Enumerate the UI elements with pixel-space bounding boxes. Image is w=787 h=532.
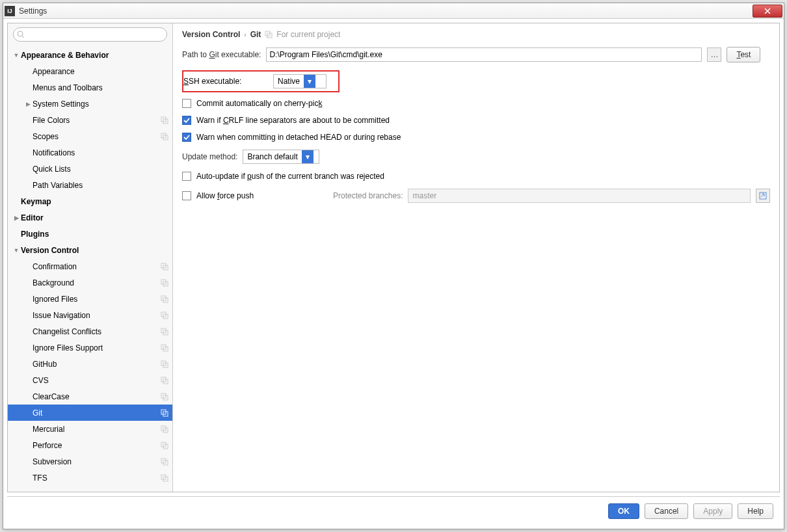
sidebar-item-menus-and-toolbars[interactable]: Menus and Toolbars [8, 79, 172, 96]
git-path-input[interactable] [266, 47, 702, 62]
cherry-pick-row: Commit automatically on cherry-pick [182, 99, 770, 108]
protected-branches-input [408, 189, 751, 203]
sidebar-item-github[interactable]: GitHub [8, 356, 172, 372]
sidebar-item-label: Quick Lists [33, 165, 168, 174]
sidebar-item-notifications[interactable]: Notifications [8, 144, 172, 161]
help-button[interactable]: Help [738, 503, 773, 519]
sidebar-item-label: ClearCase [33, 392, 161, 401]
protected-branches-label: Protected branches: [333, 191, 403, 200]
sidebar-item-mercurial[interactable]: Mercurial [8, 421, 172, 437]
search-wrap [8, 23, 172, 46]
sidebar-item-label: Background [33, 278, 161, 287]
expand-icon [759, 192, 767, 200]
detached-label: Warn when committing in detached HEAD or… [196, 133, 401, 142]
sidebar-item-keymap[interactable]: Keymap [8, 193, 172, 209]
auto-update-checkbox[interactable] [182, 172, 191, 181]
crlf-label: Warn if CRLF line separators are about t… [196, 116, 390, 125]
sidebar-item-appearance[interactable]: Appearance [8, 63, 172, 79]
sidebar-item-label: Git [33, 408, 161, 418]
ssh-executable-dropdown[interactable]: Native ▾ [273, 74, 327, 88]
content-area: ▼Appearance & BehaviorAppearanceMenus an… [7, 23, 780, 492]
project-icon [265, 31, 273, 38]
sidebar-item-git[interactable]: Git [8, 405, 172, 421]
search-input[interactable] [13, 27, 167, 42]
titlebar: IJ Settings [3, 3, 784, 19]
sidebar-item-label: Issue Navigation [33, 311, 161, 320]
sidebar-item-changelist-conflicts[interactable]: Changelist Conflicts [8, 323, 172, 339]
sidebar-item-label: Ignore Files Support [33, 343, 161, 352]
project-hint: For current project [276, 30, 340, 39]
force-push-row: Allow force push Protected branches: [182, 189, 770, 203]
cancel-button[interactable]: Cancel [645, 503, 688, 519]
test-button[interactable]: Test [727, 47, 760, 62]
sidebar-item-label: Appearance & Behavior [21, 51, 168, 60]
sidebar-item-cvs[interactable]: CVS [8, 372, 172, 388]
breadcrumb: Version Control › Git For current projec… [182, 30, 770, 39]
sidebar-item-confirmation[interactable]: Confirmation [8, 258, 172, 274]
sidebar-item-path-variables[interactable]: Path Variables [8, 177, 172, 193]
ok-button[interactable]: OK [608, 503, 639, 519]
sidebar-item-issue-navigation[interactable]: Issue Navigation [8, 307, 172, 323]
crlf-row: Warn if CRLF line separators are about t… [182, 116, 770, 125]
sidebar-item-label: Perforce [33, 441, 161, 450]
force-push-checkbox[interactable] [182, 191, 191, 200]
sidebar-item-label: Appearance [33, 67, 168, 76]
crlf-checkbox[interactable] [182, 116, 191, 125]
sidebar-item-label: TFS [33, 473, 161, 483]
chevron-right-icon: ▶ [12, 215, 21, 221]
sidebar-item-label: Version Control [21, 246, 168, 255]
breadcrumb-separator: › [244, 31, 246, 38]
sidebar-item-clearcase[interactable]: ClearCase [8, 388, 172, 405]
chevron-down-icon: ▾ [304, 75, 315, 88]
sidebar-item-label: CVS [33, 376, 161, 385]
sidebar-item-label: Keymap [21, 197, 168, 206]
dialog-footer: OK Cancel Apply Help [7, 496, 780, 525]
main-panel: Version Control › Git For current projec… [173, 23, 779, 492]
sidebar-item-editor[interactable]: ▶Editor [8, 209, 172, 226]
close-button[interactable] [753, 5, 782, 18]
chevron-down-icon: ▾ [302, 150, 313, 163]
update-method-row: Update method: Branch default ▾ [182, 150, 770, 164]
sidebar-item-ignored-files[interactable]: Ignored Files [8, 291, 172, 307]
auto-update-label: Auto-update if push of the current branc… [196, 172, 384, 181]
breadcrumb-leaf: Git [250, 30, 261, 39]
sidebar-item-label: File Colors [33, 116, 161, 125]
sidebar-item-label: Menus and Toolbars [33, 83, 168, 92]
auto-update-row: Auto-update if push of the current branc… [182, 172, 770, 181]
chevron-right-icon: ▶ [23, 101, 33, 107]
sidebar-item-label: Notifications [33, 148, 168, 157]
sidebar-item-label: Mercurial [33, 425, 161, 434]
close-icon [764, 8, 771, 14]
sidebar-item-system-settings[interactable]: ▶System Settings [8, 96, 172, 112]
sidebar-item-background[interactable]: Background [8, 274, 172, 291]
chevron-down-icon: ▼ [12, 247, 21, 254]
chevron-down-icon: ▼ [12, 52, 21, 59]
expand-protected-button[interactable] [756, 189, 770, 203]
cherry-pick-checkbox[interactable] [182, 99, 191, 108]
sidebar-item-perforce[interactable]: Perforce [8, 437, 172, 453]
sidebar-item-label: System Settings [33, 100, 168, 109]
sidebar-item-tfs[interactable]: TFS [8, 470, 172, 486]
svg-point-0 [18, 31, 23, 36]
sidebar-item-label: Subversion [33, 457, 161, 466]
update-method-dropdown[interactable]: Branch default ▾ [243, 150, 319, 164]
sidebar-item-scopes[interactable]: Scopes [8, 128, 172, 144]
window-title: Settings [19, 7, 753, 16]
apply-button[interactable]: Apply [693, 503, 732, 519]
detached-checkbox[interactable] [182, 133, 191, 142]
sidebar-item-version-control[interactable]: ▼Version Control [8, 242, 172, 258]
sidebar-item-appearance-behavior[interactable]: ▼Appearance & Behavior [8, 47, 172, 63]
sidebar-item-ignore-files-support[interactable]: Ignore Files Support [8, 339, 172, 356]
path-label: Path to Git executable: [182, 50, 261, 59]
ssh-label: SSH executable: [183, 77, 268, 86]
browse-button[interactable]: … [707, 47, 721, 62]
sidebar-item-quick-lists[interactable]: Quick Lists [8, 161, 172, 177]
app-icon: IJ [5, 6, 15, 16]
sidebar-item-file-colors[interactable]: File Colors [8, 112, 172, 128]
settings-tree[interactable]: ▼Appearance & BehaviorAppearanceMenus an… [8, 46, 172, 492]
sidebar-item-plugins[interactable]: Plugins [8, 226, 172, 242]
sidebar: ▼Appearance & BehaviorAppearanceMenus an… [8, 23, 173, 492]
sidebar-item-subversion[interactable]: Subversion [8, 453, 172, 470]
sidebar-item-label: Scopes [33, 132, 161, 141]
sidebar-item-label: Path Variables [33, 181, 168, 190]
